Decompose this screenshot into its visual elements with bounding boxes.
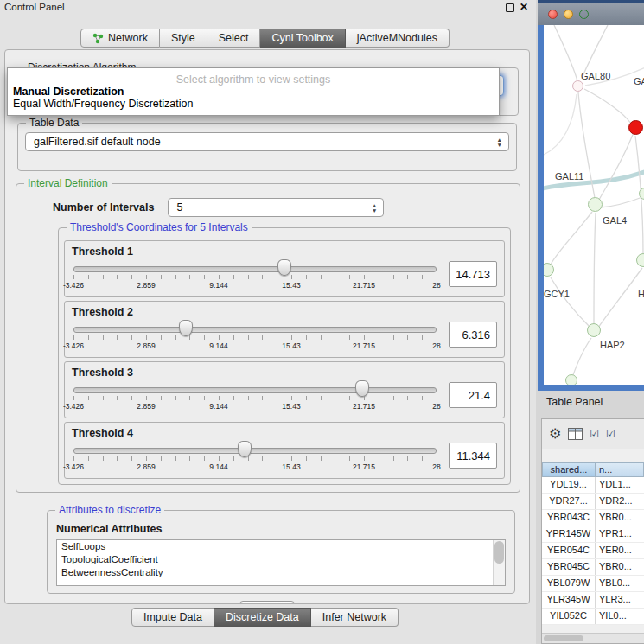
scrollbar-thumb[interactable]: [544, 635, 583, 641]
horizontal-scrollbar[interactable]: [542, 633, 644, 643]
network-node-label: GAL11: [555, 171, 583, 182]
attributes-list[interactable]: SelfLoopsTopologicalCoefficientBetweenne…: [56, 539, 506, 586]
slider-track[interactable]: [73, 448, 437, 454]
checkbox-icon[interactable]: ☑: [606, 429, 615, 439]
tick-label: 28: [432, 402, 440, 411]
dropdown-option-equal-width-frequency[interactable]: Equal Width/Frequency Discretization: [8, 98, 499, 110]
tick-label: 15.43: [282, 402, 300, 411]
attribute-list-item[interactable]: BetweennessCentrality: [57, 566, 505, 579]
tick-label: 15.43: [282, 281, 300, 290]
tick-label: 2.859: [137, 281, 155, 290]
tab-infer-network[interactable]: Infer Network: [311, 608, 399, 627]
table-row[interactable]: YER054CYER0...: [542, 543, 644, 559]
network-window-titlebar[interactable]: [538, 0, 644, 25]
table-cell: YIL0...: [596, 609, 644, 624]
tick-label: 2.859: [137, 462, 155, 471]
threshold-3-slider[interactable]: -3.4262.8599.14415.4321.71528: [72, 379, 438, 414]
apply-button[interactable]: Apply: [239, 601, 295, 604]
vertical-scrollbar[interactable]: [493, 540, 505, 585]
columns-icon[interactable]: [568, 428, 583, 440]
table-row[interactable]: YPR145WYPR1...: [542, 526, 644, 543]
table-row[interactable]: YDL19...YDL1...: [542, 477, 644, 494]
tab-cyni-toolbox[interactable]: Cyni Toolbox: [260, 29, 345, 48]
threshold-1-value-input[interactable]: [449, 261, 497, 287]
combobox-value: galFiltered.sif default node: [34, 136, 161, 148]
table-cell: YLR345W: [542, 592, 596, 608]
network-node[interactable]: [636, 253, 644, 267]
tab-select[interactable]: Select: [207, 29, 261, 48]
table-row[interactable]: YIL052CYIL0...: [542, 609, 644, 625]
checkbox-icon[interactable]: ☑: [590, 429, 599, 439]
dropdown-placeholder: Select algorithm to view settings: [8, 73, 499, 86]
network-node[interactable]: [628, 120, 643, 135]
slider-thumb[interactable]: [355, 380, 369, 397]
tick-label: 21.715: [353, 462, 375, 471]
tick-label: -3.426: [63, 402, 84, 411]
network-node[interactable]: [588, 197, 603, 212]
dropdown-option-manual-discretization[interactable]: Manual Discretization: [8, 86, 499, 98]
tick-label: 15.43: [282, 341, 300, 350]
tab-discretize-data[interactable]: Discretize Data: [214, 608, 311, 627]
tick-label: 28: [432, 341, 440, 350]
table-data-combobox[interactable]: galFiltered.sif default node ▲▼: [25, 132, 509, 151]
network-node[interactable]: [587, 323, 601, 337]
attribute-list-item[interactable]: SelfLoops: [57, 540, 505, 553]
threshold-1-slider[interactable]: -3.4262.8599.14415.4321.71528: [72, 258, 438, 293]
attribute-list-item[interactable]: TopologicalCoefficient: [57, 553, 505, 566]
tab-jactivemnodules[interactable]: jActiveMNodules: [346, 29, 450, 48]
network-node[interactable]: [572, 80, 583, 92]
table-row[interactable]: YLR345WYLR3...: [542, 592, 644, 609]
float-window-icon[interactable]: [506, 3, 514, 12]
table-row[interactable]: YBR043CYBR0...: [542, 510, 644, 526]
table-panel-title: Table Panel: [546, 396, 603, 408]
group-title: Table Data: [26, 118, 82, 129]
tab-style[interactable]: Style: [160, 29, 207, 48]
network-canvas[interactable]: GAL80GAGAL11GAL4GCY1HHAP2: [544, 25, 644, 385]
tab-label: Infer Network: [322, 609, 386, 627]
scrollbar-thumb[interactable]: [494, 541, 504, 564]
slider-thumb[interactable]: [179, 320, 193, 336]
minimize-traffic-light-icon[interactable]: [564, 10, 573, 19]
threshold-4-slider[interactable]: -3.4262.8599.14415.4321.71528: [72, 440, 438, 475]
slider-track[interactable]: [73, 266, 437, 272]
table-row[interactable]: YDR27...YDR2...: [542, 494, 644, 510]
zoom-traffic-light-icon[interactable]: [579, 10, 589, 19]
threshold-2-slider[interactable]: -3.4262.8599.14415.4321.71528: [72, 319, 438, 354]
close-traffic-light-icon[interactable]: [548, 10, 558, 19]
table-data-group: Table Data galFiltered.sif default node …: [17, 123, 517, 171]
network-node[interactable]: [565, 374, 577, 385]
network-node-label: GAL4: [603, 215, 627, 226]
column-header-name[interactable]: n...: [596, 462, 644, 477]
table-row[interactable]: YBL079WYBL0...: [542, 576, 644, 592]
attributes-group: Attributes to discretize Numerical Attri…: [47, 510, 515, 594]
tab-label: Cyni Toolbox: [271, 29, 333, 48]
tab-network[interactable]: Network: [80, 29, 160, 48]
close-icon[interactable]: ✕: [520, 1, 528, 13]
gear-icon[interactable]: ⚙: [549, 427, 561, 441]
column-header-shared-name[interactable]: shared...: [542, 462, 596, 477]
threshold-3-value-input[interactable]: [449, 382, 497, 408]
slider-ticks: [73, 396, 437, 400]
numerical-attributes-label: Numerical Attributes: [56, 523, 506, 535]
table-panel: ⚙ ☑ ☑ shared... n... YDL19...YDL1...YDR2…: [541, 418, 644, 644]
threshold-4-value-input[interactable]: [449, 443, 497, 469]
control-panel-title: Control Panel: [4, 2, 65, 12]
slider-thumb[interactable]: [277, 259, 291, 276]
network-node-label: HAP2: [600, 340, 625, 350]
slider-thumb[interactable]: [238, 441, 252, 457]
slider-track[interactable]: [73, 327, 437, 333]
slider-track[interactable]: [73, 387, 437, 393]
threshold-2-panel: Threshold 2 -3.4262.8599.14415.4321.7152…: [64, 301, 505, 358]
table-row[interactable]: YBR045CYBR0...: [542, 559, 644, 576]
node-table: shared... n... YDL19...YDL1...YDR27...YD…: [542, 462, 644, 625]
threshold-2-value-input[interactable]: [449, 322, 497, 348]
table-cell: YDL19...: [542, 477, 596, 493]
control-panel-tabs: Network Style Select Cyni Toolbox jActiv…: [0, 29, 530, 48]
thresholds-group: Threshold's Coordinates for 5 Intervals …: [58, 227, 511, 485]
slider-ticks: [73, 335, 437, 340]
network-node-label: GCY1: [544, 289, 570, 299]
number-of-intervals-combobox[interactable]: 5 ▲▼: [168, 198, 384, 217]
network-node-label: GAL80: [581, 71, 610, 81]
tab-impute-data[interactable]: Impute Data: [131, 608, 214, 627]
table-cell: YPR145W: [542, 526, 596, 542]
